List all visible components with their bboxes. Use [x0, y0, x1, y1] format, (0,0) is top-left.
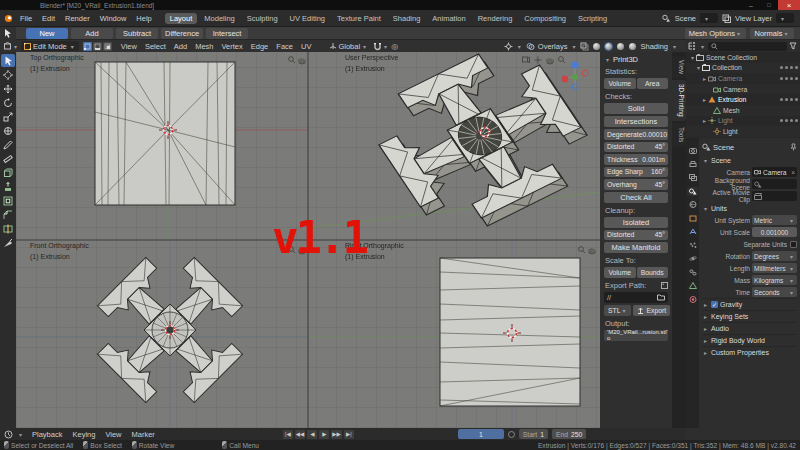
viewport-menu-item[interactable]: Vertex [218, 42, 247, 51]
movie-clip-field[interactable] [752, 191, 797, 201]
workspace-tab[interactable]: Layout [165, 13, 198, 24]
timeline-menu-item[interactable]: Keying [68, 430, 99, 439]
outliner-row-light-data[interactable]: Light [686, 126, 800, 137]
normals-dropdown[interactable]: Normals▾ [750, 28, 794, 39]
transport-button[interactable]: ◀◀ [295, 430, 305, 439]
mass-dropdown[interactable]: Kilograms▾ [752, 275, 797, 285]
check-solid-button[interactable]: Solid [604, 103, 668, 114]
workspace-tab[interactable]: Animation [427, 13, 470, 24]
cleanup-distorted-field[interactable]: Distorted45° [604, 230, 668, 241]
cursor-tool-icon[interactable] [1, 68, 15, 81]
check-thickness-field[interactable]: Thickness0.001m [604, 154, 668, 165]
select-tool-icon[interactable] [1, 54, 15, 67]
active-tool-icon[interactable] [0, 27, 16, 40]
bevel-tool-icon[interactable] [1, 208, 15, 221]
transport-button[interactable]: |◀ [283, 430, 293, 439]
auto-key-icon[interactable] [508, 431, 515, 438]
selectable-icon[interactable] [785, 66, 788, 69]
rotation-dropdown[interactable]: Degrees▾ [752, 251, 797, 261]
export-button[interactable]: Export [633, 305, 670, 316]
pin-icon[interactable] [790, 143, 797, 151]
check-overhang-field[interactable]: Overhang45° [604, 179, 668, 190]
transport-button[interactable]: ▶ [319, 430, 329, 439]
particles-tab-icon[interactable] [687, 241, 698, 250]
timeline-editor-icon[interactable] [4, 430, 13, 439]
proportional-edit-icon[interactable]: ◎ [391, 42, 398, 51]
make-manifold-button[interactable]: Make Manifold [604, 242, 668, 253]
constraints-tab-icon[interactable] [687, 268, 698, 277]
check-distorted-field[interactable]: Distorted45° [604, 142, 668, 153]
quad-viewport[interactable]: Top Orthographic(1) Extrusion User Persp… [16, 52, 600, 428]
image-icon[interactable] [661, 282, 668, 289]
gravity-panel-header[interactable]: ▸✓ Gravity [702, 298, 797, 310]
render-disable-icon[interactable] [795, 119, 798, 122]
separate-units-checkbox[interactable] [790, 241, 797, 248]
face-select-icon[interactable] [103, 42, 112, 51]
menu-item[interactable]: Help [131, 14, 156, 23]
world-tab-icon[interactable] [687, 200, 698, 209]
timeline-menu-item[interactable]: Playback [28, 430, 66, 439]
show-overlays-icon[interactable] [526, 42, 535, 51]
object-tab-icon[interactable] [687, 214, 698, 223]
outliner-editor-icon[interactable] [688, 42, 697, 51]
xray-toggle-icon[interactable] [580, 42, 589, 51]
editor-type-icon[interactable] [3, 42, 12, 51]
collapsed-panel-header[interactable]: ▸Audio [702, 322, 797, 334]
frame-start-field[interactable]: Start1 [519, 429, 548, 439]
viewport-menu-item[interactable]: Mesh [191, 42, 217, 51]
viewport-menu-item[interactable]: Add [170, 42, 191, 51]
snap-magnet-icon[interactable] [373, 42, 382, 51]
rendered-shading-icon[interactable] [629, 43, 636, 50]
mode-dropdown[interactable]: Edit Mode▾ [21, 41, 79, 51]
check-edge-sharp-field[interactable]: Edge Sharp160° [604, 167, 668, 178]
overlays-dropdown[interactable]: Overlays [538, 42, 568, 51]
knife-tool-icon[interactable] [1, 236, 15, 249]
selectable-icon[interactable] [785, 77, 788, 80]
unit-scale-slider[interactable]: 0.001000 [752, 227, 797, 237]
clear-icon[interactable]: × [791, 169, 795, 176]
viewlayer-tab-icon[interactable] [687, 173, 698, 182]
data-tab-icon[interactable] [687, 281, 698, 290]
outliner-row-camera-object[interactable]: ▸ Camera [686, 73, 800, 84]
workspace-tab[interactable]: Modeling [199, 13, 239, 24]
inset-tool-icon[interactable] [1, 194, 15, 207]
annotate-tool-icon[interactable] [1, 138, 15, 151]
tool-settings-button[interactable]: Add [71, 28, 113, 39]
selectable-icon[interactable] [785, 119, 788, 122]
timeline-menu-item[interactable]: Marker [128, 430, 159, 439]
collapsed-panel-header[interactable]: ▸Keying Sets [702, 310, 797, 322]
view-layer-browse-field[interactable]: ▾ [776, 13, 794, 23]
menu-item[interactable]: Edit [37, 14, 60, 23]
vertex-select-icon[interactable] [83, 42, 92, 51]
workspace-tab[interactable]: Compositing [519, 13, 571, 24]
units-panel-title[interactable]: Units [711, 205, 727, 212]
blender-logo-icon[interactable] [4, 14, 13, 23]
view-layer-selector[interactable]: View Layer [735, 14, 772, 23]
outliner-row-camera-data[interactable]: Camera [686, 84, 800, 95]
shading-dropdown[interactable]: Shading [640, 42, 668, 51]
render-disable-icon[interactable] [795, 66, 798, 69]
modifiers-tab-icon[interactable] [687, 227, 698, 236]
outliner-row-collection[interactable]: ▾ Collection [686, 63, 800, 74]
workspace-tab[interactable]: UV Editing [285, 13, 330, 24]
scene-selector[interactable]: Scene [675, 14, 696, 23]
menu-item[interactable]: Window [95, 14, 132, 23]
check-degenerate-field[interactable]: Degenerate0.00010 [604, 129, 668, 140]
scene-camera-field[interactable]: Camera × [752, 167, 797, 177]
unit-system-dropdown[interactable]: Metric▾ [752, 215, 797, 225]
transform-tool-icon[interactable] [1, 124, 15, 137]
scene-browse-field[interactable]: ▾ [700, 13, 718, 23]
area-button[interactable]: Area [637, 78, 669, 89]
render-disable-icon[interactable] [795, 77, 798, 80]
viewport-disable-icon[interactable] [790, 66, 793, 69]
viewport-disable-icon[interactable] [790, 98, 793, 101]
export-format-dropdown[interactable]: STL▾ [604, 305, 631, 316]
transport-button[interactable]: ▶| [344, 430, 354, 439]
minimize-button[interactable]: – [742, 0, 760, 10]
volume-button[interactable]: Volume [604, 78, 636, 89]
transport-button[interactable]: ▶▶ [331, 430, 341, 439]
viewport-menu-item[interactable]: View [117, 42, 141, 51]
physics-tab-icon[interactable] [687, 254, 698, 263]
scene-panel-title[interactable]: Scene [711, 157, 731, 164]
scale-volume-button[interactable]: Volume [604, 267, 636, 278]
